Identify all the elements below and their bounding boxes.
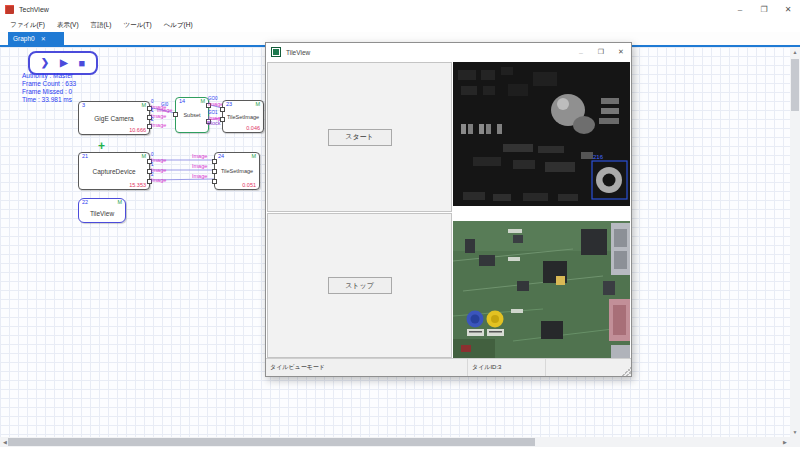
node-id: 22 — [82, 200, 88, 206]
app-title: TechView — [19, 6, 49, 13]
port-in-1[interactable] — [212, 169, 217, 174]
node-label: Subset — [176, 112, 208, 118]
tileview-close-button[interactable]: ✕ — [611, 43, 631, 61]
status-tile-id: タイルID:3 — [468, 359, 546, 376]
node-label: TileSetImage — [215, 168, 259, 174]
tile-image-bottom[interactable] — [453, 221, 630, 358]
node-subset[interactable]: 14 M Subset — [175, 97, 209, 133]
stat-time: Time : 33.981 ms — [22, 96, 76, 104]
tileview-window-title: TileView — [286, 49, 310, 56]
port-type-label: Image — [192, 164, 207, 170]
tileview-title-bar[interactable]: TileView – ❐ ✕ — [266, 43, 631, 62]
stat-frame-count: Frame Count : 633 — [22, 80, 76, 88]
maximize-button[interactable]: ❐ — [752, 0, 776, 18]
stop-button[interactable]: ストップ — [328, 277, 392, 294]
status-mode: タイルビューモード — [266, 359, 468, 376]
menu-language[interactable]: 言語(L) — [85, 21, 118, 30]
stat-frame-missed: Frame Missed : 0 — [22, 88, 76, 96]
tileview-minimize-button[interactable]: – — [571, 43, 591, 61]
port-in-0[interactable] — [212, 159, 217, 164]
node-label: CaptureDevice — [79, 168, 149, 175]
node-gige-camera[interactable]: 3 M GigE Camera 10.666 — [78, 101, 150, 135]
node-label: GigE Camera — [79, 115, 149, 122]
port-in-1[interactable] — [220, 117, 225, 122]
node-tileview[interactable]: 22 M TileView — [78, 198, 126, 223]
stop-icon[interactable]: ■ — [79, 58, 86, 68]
resize-grip[interactable] — [621, 366, 631, 376]
step-icon[interactable]: ❯ — [41, 58, 49, 68]
port-type-label: Image — [192, 154, 207, 160]
node-time: 0.046 — [246, 126, 260, 132]
minimize-button[interactable]: – — [728, 0, 752, 18]
port-type-label: Image — [151, 123, 166, 129]
tileview-window[interactable]: TileView – ❐ ✕ スタート ストップ — [265, 42, 632, 377]
scroll-up-icon[interactable]: ▲ — [790, 47, 800, 57]
stat-authority: Authority : Master — [22, 72, 76, 80]
title-bar: TechView – ❐ ✕ — [0, 0, 800, 18]
scroll-down-icon[interactable]: ▼ — [790, 427, 800, 437]
node-id: 21 — [82, 154, 88, 160]
node-tilesetimage-1[interactable]: 23 M TileSetImage 0.046 — [222, 100, 264, 133]
node-tilesetimage-2[interactable]: 24 M TileSetImage 0.051 — [214, 152, 260, 190]
port-in-0[interactable] — [220, 107, 225, 112]
node-badge: M — [251, 154, 256, 160]
scroll-right-icon[interactable]: ▶ — [780, 437, 790, 447]
port-in-0[interactable] — [173, 112, 178, 117]
node-time: 15.353 — [129, 183, 146, 189]
port-type-label: Image — [151, 178, 166, 184]
menu-file[interactable]: ファイル(F) — [4, 21, 51, 30]
blob-annotation-id: 216 — [593, 154, 604, 160]
vertical-scroll-thumb[interactable] — [791, 59, 799, 111]
scrollbar-corner — [790, 437, 800, 447]
close-button[interactable]: ✕ — [776, 0, 800, 18]
tileview-maximize-button[interactable]: ❐ — [591, 43, 611, 61]
tileview-status-bar: タイルビューモード タイルID:3 — [266, 358, 631, 376]
horizontal-scrollbar[interactable]: ◀ ▶ — [0, 437, 790, 447]
node-id: 24 — [218, 154, 224, 160]
menu-view[interactable]: 表示(V) — [51, 21, 85, 30]
tab-close-icon[interactable]: ✕ — [41, 35, 46, 42]
menu-tools[interactable]: ツール(T) — [118, 21, 158, 30]
port-in-2[interactable] — [212, 179, 217, 184]
start-button[interactable]: スタート — [328, 129, 392, 146]
menu-bar: ファイル(F) 表示(V) 言語(L) ツール(T) ヘルプ(H) — [0, 18, 800, 33]
tab-label: Graph0 — [13, 35, 35, 42]
port-type-label: Image — [192, 174, 207, 180]
start-panel: スタート — [267, 62, 452, 212]
play-icon[interactable]: ▶ — [60, 58, 68, 68]
graph-stats: Authority : Master Frame Count : 633 Fra… — [22, 72, 76, 104]
app-icon — [5, 5, 14, 14]
node-badge: M — [141, 154, 146, 160]
tileview-window-icon — [271, 47, 281, 57]
menu-help[interactable]: ヘルプ(H) — [158, 21, 199, 30]
node-badge: M — [141, 103, 146, 109]
node-badge: M — [255, 102, 260, 108]
color-pcb-image — [453, 221, 630, 358]
port-type-label: Block — [207, 121, 220, 127]
horizontal-scroll-thumb[interactable] — [8, 438, 535, 446]
node-id: 14 — [179, 99, 185, 105]
port-type-label: Image — [157, 108, 172, 114]
tileview-body: スタート ストップ — [266, 61, 631, 359]
tab-graph0[interactable]: Graph0 ✕ — [8, 32, 64, 45]
node-badge: M — [117, 200, 122, 206]
node-time: 10.666 — [129, 128, 146, 134]
node-label: TileView — [79, 209, 125, 216]
node-id: 23 — [226, 102, 232, 108]
vertical-scrollbar[interactable]: ▲ ▼ — [790, 47, 800, 437]
node-capturedevice[interactable]: 21 M CaptureDevice 15.353 — [78, 152, 150, 190]
node-label: TileSetImage — [223, 114, 263, 120]
node-id: 3 — [82, 103, 85, 109]
node-badge: M — [200, 99, 205, 105]
add-node-icon[interactable]: + — [98, 141, 105, 151]
stop-panel: ストップ — [267, 213, 452, 358]
tile-image-top[interactable]: 216 — [453, 62, 630, 206]
node-time: 0.051 — [242, 183, 256, 189]
grayscale-pcb-image: 216 — [453, 62, 630, 206]
